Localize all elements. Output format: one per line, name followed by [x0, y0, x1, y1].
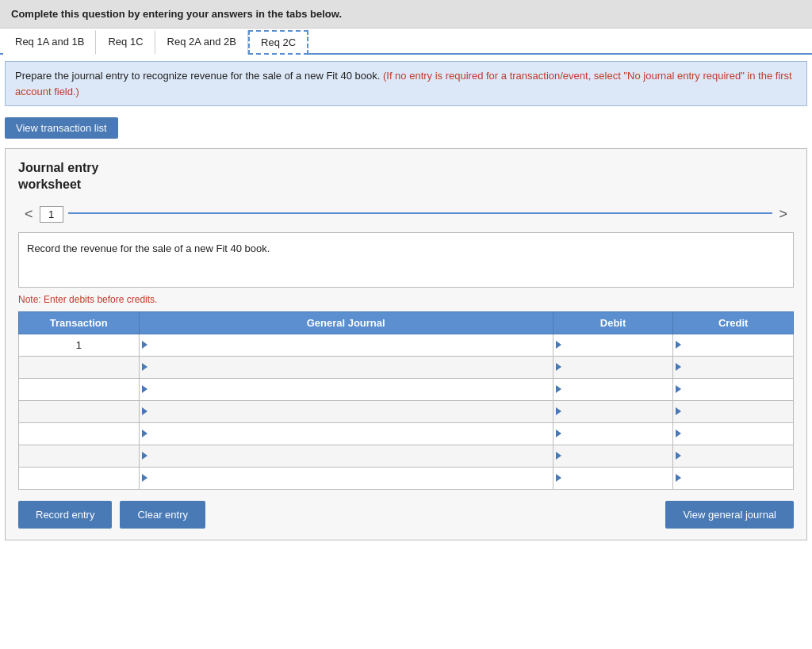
credit-cell[interactable] [673, 467, 794, 489]
worksheet-container: Journal entry worksheet < 1 > Record the… [5, 148, 807, 540]
debit-cell[interactable] [553, 467, 673, 489]
tab-req-2c[interactable]: Req 2C [248, 30, 308, 55]
journal-table: Transaction General Journal Debit Credit… [18, 311, 794, 490]
debit-cell[interactable] [553, 422, 673, 445]
col-header-general-journal: General Journal [139, 311, 553, 334]
top-instruction: Complete this question by entering your … [0, 0, 812, 29]
transaction-cell [19, 467, 140, 489]
credit-cell[interactable] [673, 378, 794, 400]
debit-cell[interactable] [553, 356, 673, 378]
table-row: 1 [19, 334, 794, 356]
table-row [19, 445, 794, 467]
note-text: Note: Enter debits before credits. [18, 294, 794, 305]
tab-req-1c[interactable]: Req 1C [96, 30, 155, 55]
general-journal-cell[interactable] [139, 334, 553, 356]
credit-cell[interactable] [673, 422, 794, 445]
col-header-transaction: Transaction [19, 311, 140, 334]
page-number-box: 1 [40, 206, 63, 223]
view-transaction-button[interactable]: View transaction list [5, 117, 118, 139]
table-row [19, 422, 794, 445]
nav-left-arrow[interactable]: < [18, 204, 40, 224]
instruction-main: Prepare the journal entry to recognize r… [15, 70, 380, 82]
debit-cell[interactable] [553, 445, 673, 467]
credit-cell[interactable] [673, 356, 794, 378]
credit-cell[interactable] [673, 334, 794, 356]
transaction-cell [19, 445, 140, 467]
debit-cell[interactable] [553, 334, 673, 356]
transaction-cell [19, 378, 140, 400]
general-journal-cell[interactable] [139, 422, 553, 445]
worksheet-title: Journal entry worksheet [18, 160, 794, 193]
general-journal-cell[interactable] [139, 378, 553, 400]
clear-entry-button[interactable]: Clear entry [120, 501, 205, 529]
table-row [19, 356, 794, 378]
transaction-cell: 1 [19, 334, 140, 356]
col-header-credit: Credit [673, 311, 794, 334]
debit-cell[interactable] [553, 378, 673, 400]
transaction-cell [19, 356, 140, 378]
page-number: 1 [48, 208, 54, 220]
debit-cell[interactable] [553, 400, 673, 422]
table-row [19, 467, 794, 489]
tab-underline [68, 212, 773, 214]
nav-row: < 1 > [18, 204, 794, 224]
general-journal-cell[interactable] [139, 400, 553, 422]
view-general-journal-button[interactable]: View general journal [665, 501, 794, 529]
tab-req-1a1b[interactable]: Req 1A and 1B [3, 30, 96, 55]
general-journal-cell[interactable] [139, 356, 553, 378]
tab-req-2a2b[interactable]: Req 2A and 2B [155, 30, 248, 55]
general-journal-cell[interactable] [139, 467, 553, 489]
table-row [19, 400, 794, 422]
general-journal-cell[interactable] [139, 445, 553, 467]
top-instruction-text: Complete this question by entering your … [11, 8, 342, 20]
transaction-cell [19, 400, 140, 422]
col-header-debit: Debit [553, 311, 673, 334]
record-description-box: Record the revenue for the sale of a new… [18, 232, 794, 288]
buttons-row: Record entry Clear entry View general jo… [18, 501, 794, 529]
tabs-bar: Req 1A and 1B Req 1C Req 2A and 2B Req 2… [0, 30, 812, 55]
instruction-box: Prepare the journal entry to recognize r… [5, 61, 807, 106]
record-description-text: Record the revenue for the sale of a new… [27, 242, 270, 254]
credit-cell[interactable] [673, 400, 794, 422]
table-row [19, 378, 794, 400]
credit-cell[interactable] [673, 445, 794, 467]
nav-right-arrow[interactable]: > [772, 204, 794, 224]
transaction-cell [19, 422, 140, 445]
record-entry-button[interactable]: Record entry [18, 501, 112, 529]
